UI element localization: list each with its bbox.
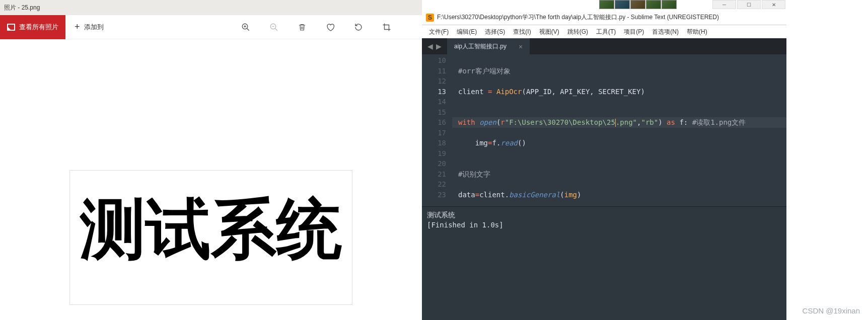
console-status-line: [Finished in 1.0s]: [427, 220, 781, 230]
build-console[interactable]: 测试系统[Finished in 1.0s]: [422, 206, 786, 320]
heart-icon[interactable]: [325, 22, 335, 32]
svg-line-1: [247, 28, 249, 31]
photo-tools: [241, 22, 422, 32]
tab-active[interactable]: aip人工智能接口.py ×: [447, 38, 530, 54]
add-to-button[interactable]: + 添加到: [65, 15, 113, 39]
maximize-button[interactable]: ☐: [737, 0, 761, 9]
photos-window: 照片 - 25.png 查看所有照片 + 添加到 测试系统: [0, 0, 422, 320]
window-frame-top: ─ ☐ ✕: [422, 0, 786, 10]
close-button[interactable]: ✕: [762, 0, 785, 9]
tab-nav: ◀ ▶: [422, 38, 447, 54]
menu-project[interactable]: 项目(P): [621, 27, 647, 37]
sublime-title-text: F:\Users\30270\Desktop\python学习\The fort…: [437, 13, 719, 22]
code-area[interactable]: #orr客户端对象 client = AipOcr(APP_ID, API_KE…: [452, 54, 786, 206]
tab-bar: ◀ ▶ aip人工智能接口.py ×: [422, 38, 786, 54]
image-preview: 测试系统: [69, 170, 352, 305]
menu-goto[interactable]: 跳转(G): [564, 27, 591, 37]
thumbnail[interactable]: [630, 0, 645, 9]
delete-icon[interactable]: [297, 22, 307, 32]
menu-edit[interactable]: 编辑(E): [454, 27, 480, 37]
zoom-in-icon[interactable]: [241, 22, 251, 32]
taskbar-thumbnails: [599, 0, 677, 10]
photos-titlebar[interactable]: 照片 - 25.png: [0, 0, 422, 15]
menu-selection[interactable]: 选择(S): [482, 27, 508, 37]
photos-toolbar: 查看所有照片 + 添加到: [0, 15, 422, 39]
photo-icon: [7, 24, 15, 31]
crop-icon[interactable]: [382, 22, 392, 32]
menu-view[interactable]: 视图(V): [536, 27, 562, 37]
minimize-button[interactable]: ─: [712, 0, 736, 9]
plus-icon: +: [75, 22, 80, 32]
tab-close-icon[interactable]: ×: [519, 43, 523, 51]
menu-preferences[interactable]: 首选项(N): [649, 27, 682, 37]
window-controls: ─ ☐ ✕: [712, 0, 785, 10]
image-text-content: 测试系统: [80, 186, 342, 274]
tab-label: aip人工智能接口.py: [454, 42, 507, 51]
menu-file[interactable]: 文件(F): [426, 27, 452, 37]
editor-area[interactable]: 1011121314151617181920212223 #orr客户端对象 c…: [422, 54, 786, 206]
menu-help[interactable]: 帮助(H): [684, 27, 710, 37]
add-to-label: 添加到: [84, 23, 104, 32]
menu-tools[interactable]: 工具(T): [593, 27, 619, 37]
menu-find[interactable]: 查找(I): [510, 27, 534, 37]
thumbnail[interactable]: [615, 0, 630, 9]
view-all-label: 查看所有照片: [19, 23, 58, 32]
menubar: 文件(F) 编辑(E) 选择(S) 查找(I) 视图(V) 跳转(G) 工具(T…: [422, 25, 786, 38]
photo-viewport[interactable]: 测试系统: [0, 39, 422, 320]
line-gutter: 1011121314151617181920212223: [422, 54, 452, 206]
tab-next-icon[interactable]: ▶: [436, 42, 442, 50]
view-all-photos-button[interactable]: 查看所有照片: [0, 15, 65, 39]
sublime-window: ─ ☐ ✕ S F:\Users\30270\Desktop\python学习\…: [422, 0, 786, 320]
tab-prev-icon[interactable]: ◀: [427, 42, 433, 50]
watermark: CSDN @19xinan: [803, 306, 860, 315]
console-output-line: 测试系统: [427, 210, 781, 220]
zoom-out-icon[interactable]: [269, 22, 279, 32]
thumbnail[interactable]: [599, 0, 614, 9]
svg-line-5: [275, 28, 277, 31]
sublime-titlebar[interactable]: S F:\Users\30270\Desktop\python学习\The fo…: [422, 10, 786, 25]
thumbnail[interactable]: [662, 0, 677, 9]
sublime-logo-icon: S: [426, 14, 434, 22]
thumbnail[interactable]: [646, 0, 661, 9]
rotate-icon[interactable]: [353, 22, 364, 32]
